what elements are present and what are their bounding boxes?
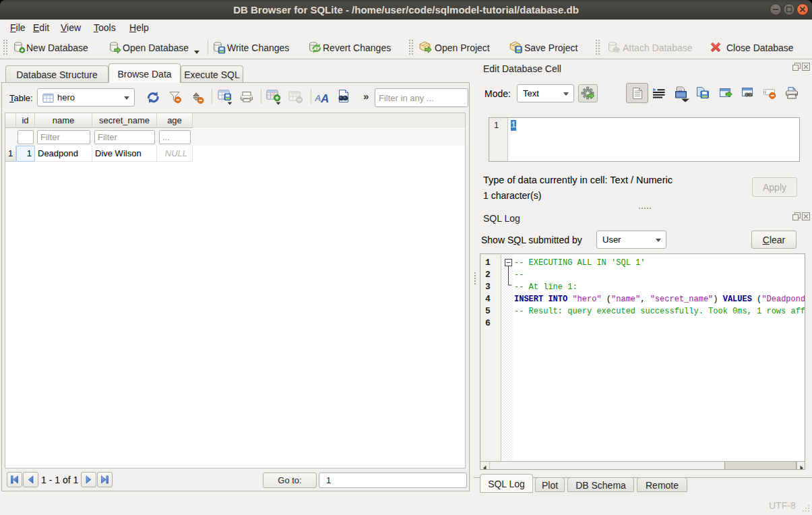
svg-text:A: A: [320, 92, 329, 104]
svg-text:A: A: [315, 93, 321, 103]
